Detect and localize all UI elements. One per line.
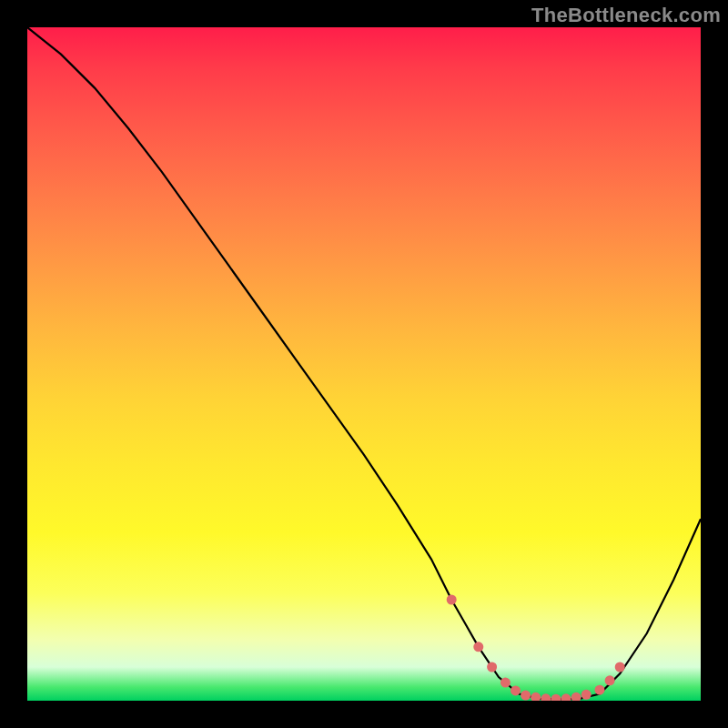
highlight-dot <box>447 595 457 605</box>
highlight-dot <box>595 685 605 695</box>
highlight-dot <box>473 642 483 652</box>
highlight-dot <box>521 691 531 701</box>
highlight-dot <box>500 678 511 688</box>
highlight-dot <box>541 693 551 701</box>
highlight-dot <box>581 690 592 700</box>
highlight-dot <box>571 693 581 701</box>
watermark-text: TheBottleneck.com <box>531 4 721 27</box>
highlight-dot <box>561 693 571 701</box>
highlight-dots-group <box>447 595 625 702</box>
highlight-dot <box>551 694 561 701</box>
highlight-dot <box>531 693 541 701</box>
bottleneck-curve-path <box>27 27 701 700</box>
highlight-dot <box>605 675 615 685</box>
highlight-dot <box>511 685 521 695</box>
curve-overlay <box>27 27 701 701</box>
highlight-dot <box>615 662 625 672</box>
chart-stage: TheBottleneck.com <box>0 0 728 728</box>
highlight-dot <box>487 662 497 672</box>
